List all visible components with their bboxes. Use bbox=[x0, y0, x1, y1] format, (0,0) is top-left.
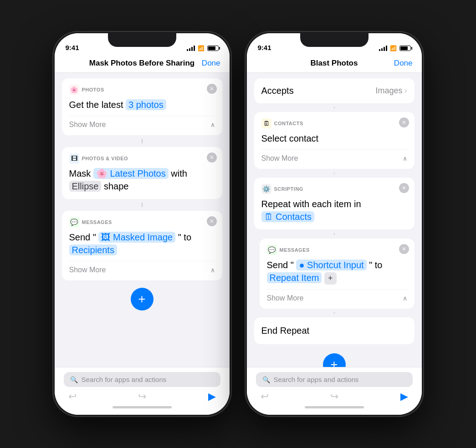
messages-show-more-text-2[interactable]: Show More bbox=[267, 294, 304, 302]
photos-show-more-text[interactable]: Show More bbox=[69, 121, 106, 129]
messages-show-more-row-1: Show More ∧ bbox=[69, 261, 215, 274]
messages-show-more-text-1[interactable]: Show More bbox=[69, 266, 106, 274]
battery-icon-2 bbox=[399, 46, 411, 51]
photos-card-label: PHOTOS bbox=[82, 87, 104, 92]
photos-show-more-row: Show More ∧ bbox=[69, 116, 215, 129]
contacts-close-button[interactable]: ✕ bbox=[399, 117, 409, 127]
phone-1-inner: 9:41 📶 Mask Photos Before Sharin bbox=[55, 33, 230, 415]
recipients-highlight[interactable]: Recipients bbox=[69, 244, 117, 255]
add-recipient-button[interactable]: + bbox=[324, 272, 337, 285]
connector-2 bbox=[142, 203, 143, 207]
connector-5 bbox=[334, 233, 335, 234]
wifi-icon: 📶 bbox=[198, 45, 205, 51]
messages-card-content-1: Send " 🖼 Masked Image " to Recipients bbox=[69, 231, 215, 256]
scripting-card-content: Repeat with each item in 🗓 Contacts bbox=[261, 198, 407, 223]
phone-2: 9:41 📶 Blast Photos Done bbox=[246, 32, 423, 416]
app-title-2: Blast Photos bbox=[311, 59, 358, 68]
search-icon-2: 🔍 bbox=[262, 376, 270, 383]
search-bar-1[interactable]: 🔍 Search for apps and actions bbox=[64, 372, 220, 387]
contacts-card-header: 🗓 CONTACTS bbox=[261, 118, 407, 128]
masked-image-highlight[interactable]: 🖼 Masked Image bbox=[98, 232, 175, 243]
nav-controls-1: ↩ ↪ ▶ bbox=[64, 387, 220, 402]
scroll-area-2[interactable]: Accepts Images › 🗓 CONTACTS ✕ Select bbox=[247, 73, 422, 367]
messages-close-button-2[interactable]: ✕ bbox=[399, 244, 409, 254]
messages-card-2: 💬 MESSAGES ✕ Send " ● Shortcut Input " t… bbox=[260, 239, 415, 309]
ellipse-highlight[interactable]: Ellipse bbox=[69, 181, 102, 192]
connector-6 bbox=[334, 312, 335, 314]
repeat-item-highlight[interactable]: Repeat Item bbox=[267, 272, 322, 283]
plus-btn-partial: + bbox=[254, 348, 415, 361]
time-2: 9:41 bbox=[258, 44, 271, 51]
app-header-2: Blast Photos Done bbox=[247, 53, 422, 73]
notch-2 bbox=[300, 33, 369, 47]
undo-button-2[interactable]: ↩ bbox=[261, 391, 269, 402]
connector-3 bbox=[334, 107, 335, 108]
accepts-label: Accepts bbox=[261, 86, 294, 96]
wifi-icon-2: 📶 bbox=[390, 45, 397, 51]
photos-chevron-icon: ∧ bbox=[210, 121, 215, 128]
contacts-icon: 🗓 bbox=[261, 118, 271, 128]
search-bar-2[interactable]: 🔍 Search for apps and actions bbox=[256, 372, 413, 387]
end-repeat-text: End Repeat bbox=[261, 326, 310, 336]
plus-icon: + bbox=[138, 292, 145, 306]
signal-icon-2 bbox=[379, 46, 387, 51]
messages-card-header-1: 💬 MESSAGES bbox=[69, 217, 215, 227]
messages-card-header-2: 💬 MESSAGES bbox=[267, 245, 407, 255]
photos-video-card-label: PHOTOS & VIDEO bbox=[82, 156, 128, 161]
accepts-value-text: Images bbox=[375, 86, 402, 96]
messages-card-label-1: MESSAGES bbox=[82, 219, 112, 225]
latest-photos-highlight[interactable]: 🌸 Latest Photos bbox=[93, 168, 169, 179]
messages-chevron-icon-2: ∧ bbox=[403, 295, 407, 302]
status-icons-1: 📶 bbox=[187, 45, 219, 51]
end-repeat-card: End Repeat bbox=[254, 317, 415, 344]
phone-2-inner: 9:41 📶 Blast Photos Done bbox=[247, 33, 422, 415]
accepts-value-row[interactable]: Images › bbox=[375, 86, 407, 96]
home-indicator-2 bbox=[305, 406, 364, 408]
status-icons-2: 📶 bbox=[379, 45, 411, 51]
accepts-row: Accepts Images › bbox=[254, 78, 415, 103]
scripting-card-label: SCRIPTING bbox=[274, 186, 303, 192]
photos-count-highlight[interactable]: 3 photos bbox=[126, 99, 166, 110]
bottom-bar-2: 🔍 Search for apps and actions ↩ ↪ ▶ bbox=[247, 367, 422, 415]
battery-icon bbox=[207, 46, 219, 51]
photos-card-content: Get the latest 3 photos bbox=[69, 98, 215, 111]
add-action-button[interactable]: + bbox=[131, 288, 154, 311]
add-action-button-2[interactable]: + bbox=[323, 353, 346, 367]
messages-card-1: 💬 MESSAGES ✕ Send " 🖼 Masked Image " to … bbox=[62, 211, 222, 280]
contacts-show-more-text[interactable]: Show More bbox=[261, 154, 298, 163]
search-placeholder-2: Search for apps and actions bbox=[274, 376, 359, 383]
bottom-bar-1: 🔍 Search for apps and actions ↩ ↪ ▶ bbox=[55, 367, 230, 415]
scroll-area-1[interactable]: 🌸 PHOTOS ✕ Get the latest 3 photos Show … bbox=[55, 73, 230, 367]
scripting-icon: ⚙️ bbox=[261, 184, 271, 194]
done-button-1[interactable]: Done bbox=[202, 59, 220, 68]
photos-video-close-button[interactable]: ✕ bbox=[207, 153, 217, 163]
contacts-card-label: CONTACTS bbox=[274, 121, 303, 126]
photos-icon: 🌸 bbox=[69, 85, 79, 95]
messages-chevron-icon-1: ∧ bbox=[210, 266, 215, 274]
play-button-2[interactable]: ▶ bbox=[400, 391, 408, 402]
scripting-card-header: ⚙️ SCRIPTING bbox=[261, 184, 407, 194]
accepts-chevron-icon: › bbox=[404, 86, 407, 96]
photos-card: 🌸 PHOTOS ✕ Get the latest 3 photos Show … bbox=[62, 78, 222, 135]
contacts-show-more-row: Show More ∧ bbox=[261, 149, 407, 163]
redo-button-1[interactable]: ↪ bbox=[138, 391, 146, 402]
done-button-2[interactable]: Done bbox=[394, 59, 413, 68]
redo-button-2[interactable]: ↪ bbox=[330, 391, 338, 402]
undo-button-1[interactable]: ↩ bbox=[68, 391, 77, 402]
messages-icon-1: 💬 bbox=[69, 217, 79, 227]
play-button-1[interactable]: ▶ bbox=[208, 391, 216, 402]
search-icon-1: 🔍 bbox=[70, 376, 78, 383]
photos-close-button[interactable]: ✕ bbox=[207, 84, 217, 94]
battery-fill-2 bbox=[400, 46, 408, 50]
messages-close-button-1[interactable]: ✕ bbox=[207, 216, 217, 226]
messages-card-label-2: MESSAGES bbox=[280, 247, 310, 253]
photos-video-card-header: 🎞 PHOTOS & VIDEO bbox=[69, 153, 215, 163]
contacts-repeat-highlight[interactable]: 🗓 Contacts bbox=[261, 211, 314, 222]
shortcut-input-highlight[interactable]: ● Shortcut Input bbox=[296, 260, 366, 270]
messages-show-more-row-2: Show More ∧ bbox=[267, 289, 407, 302]
scripting-close-button[interactable]: ✕ bbox=[399, 183, 409, 193]
scripting-repeat-card: ⚙️ SCRIPTING ✕ Repeat with each item in … bbox=[254, 178, 415, 229]
app-header-1: Mask Photos Before Sharing Done bbox=[55, 53, 230, 73]
connector-4 bbox=[334, 173, 335, 174]
status-bar-2: 9:41 📶 bbox=[247, 33, 422, 53]
